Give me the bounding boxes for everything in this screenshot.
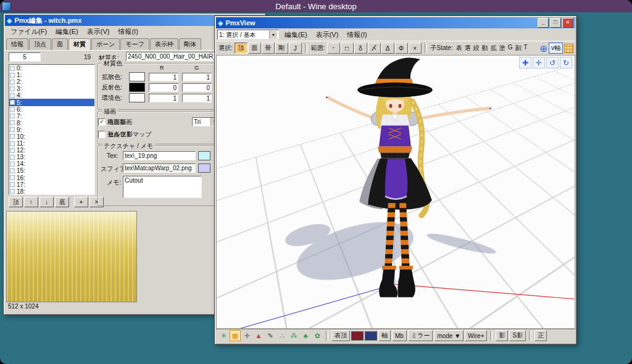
gizmo-icon[interactable]: ↺ [546,57,559,68]
filter-toggle-button[interactable]: 動 [481,44,489,52]
material-index-field[interactable]: 5 [9,52,41,62]
desktop-window-icon[interactable] [2,2,11,11]
close-button[interactable]: × [562,18,573,28]
color-g-field[interactable]: 1 [182,94,212,102]
color-r-field[interactable]: 1 [149,73,178,81]
mirror-toggle-button[interactable]: ミラー [408,330,433,341]
color-r-field[interactable]: 0 [149,83,178,92]
editor-tab[interactable]: 表示枠 [150,38,178,50]
list-item[interactable]: 11: [9,140,94,147]
edge-color-swatch[interactable] [351,331,364,341]
list-item[interactable]: 1: [9,72,94,78]
list-item[interactable]: 9: [9,126,94,133]
show-vertex-button[interactable]: 表頂 [331,330,350,341]
display-toggle-icon[interactable]: ✎ [265,330,276,341]
tone-color-swatch[interactable] [365,331,377,341]
filter-toggle-button[interactable]: 塗 [498,44,507,52]
target-crosshair-icon[interactable]: ⊕ [539,44,547,53]
filter-toggle-button[interactable]: 表 [455,44,464,52]
list-item[interactable]: 18: [9,188,94,195]
editor-menu-item[interactable]: ファイル(F) [6,27,51,37]
draw-checkbox[interactable]: 地面影 [98,118,126,126]
list-item[interactable]: 15: [9,167,94,174]
editor-tab[interactable]: ボーン [91,38,120,50]
list-toolbar-button[interactable]: 底 [55,197,69,207]
range-mode-button[interactable]: δ [354,43,367,54]
minimize-button[interactable]: _ [538,18,549,28]
display-toggle-icon[interactable]: ✳ [218,330,229,341]
list-toolbar-button[interactable]: + [74,197,88,207]
select-mode-button[interactable]: J [289,43,302,54]
list-item[interactable]: 13: [9,154,94,160]
display-toggle-icon[interactable]: ▦ [230,330,241,341]
view-menu-item[interactable]: 表示(V) [312,30,343,40]
display-toggle-icon[interactable]: ♣ [300,330,311,341]
list-item[interactable]: 3: [9,85,94,92]
filter-toggle-button[interactable]: 拡 [489,44,498,52]
sphere-path-field[interactable]: tex\MatcapWarp_02.png [123,163,196,173]
editor-tab[interactable]: 剛体 [179,38,201,50]
color-swatch[interactable] [129,83,145,92]
editor-tab[interactable]: モーフ [120,38,149,50]
list-item[interactable]: 4: [9,92,94,99]
maximize-button[interactable]: □ [550,18,561,28]
m-toggle-button[interactable]: Mb [392,330,407,341]
gizmo-icon[interactable]: ↻ [560,57,572,68]
list-item[interactable]: 2: [9,78,94,85]
editor-tab[interactable]: 材質 [69,38,91,50]
filter-toggle-button[interactable]: T [522,44,528,52]
range-mode-button[interactable]: 〆 [368,43,381,54]
editor-tab[interactable]: 情報 [6,38,28,50]
list-item[interactable]: 6: [9,106,94,113]
range-mode-button[interactable]: ・ [327,43,340,54]
viewport-canvas[interactable] [217,56,575,328]
list-item[interactable]: 16: [9,175,94,181]
select-mode-button[interactable]: 剛 [275,43,288,54]
editor-menu-item[interactable]: 編集(E) [51,27,83,37]
display-toggle-icon[interactable]: ▲ [253,330,264,341]
list-item[interactable]: 14: [9,160,94,167]
grid-toggle-icon[interactable] [564,44,573,53]
editor-tab[interactable]: 面 [52,38,68,50]
tex-color-swatch[interactable] [198,151,210,160]
list-item[interactable]: 8: [9,120,94,126]
editor-menu-item[interactable]: 情報(I) [114,27,142,37]
list-item[interactable]: 0: [9,65,94,72]
color-r-field[interactable]: 1 [149,94,178,102]
filter-toggle-button[interactable]: 副 [514,44,522,52]
select-mode-button[interactable]: 骨 [262,43,275,54]
display-toggle-icon[interactable]: ⁂ [288,330,299,341]
edit-mode-select[interactable]: 1: 選択 / 基本 ▼ [217,30,279,39]
draw-checkbox[interactable]: 頂点色 [98,130,126,139]
material-list[interactable]: 0: 1: 2: 3: 4: 5: 6: [9,64,95,195]
filter-toggle-button[interactable]: 選 [464,44,472,52]
range-mode-button[interactable]: Δ [381,43,394,54]
select-mode-button[interactable]: 頂 [235,43,247,54]
view-menu-item[interactable]: 情報(I) [343,30,371,40]
tex-path-field[interactable]: tex\_19.png [123,151,196,160]
display-toggle-icon[interactable]: ✿ [312,330,323,341]
gizmo-icon[interactable]: ✛ [533,57,545,68]
range-mode-button[interactable]: □ [341,43,354,54]
color-swatch[interactable] [129,72,145,81]
filter-toggle-button[interactable]: 絞 [472,44,481,52]
list-toolbar-button[interactable]: ↑ [24,197,38,207]
view-menu-item[interactable]: 編集(E) [280,30,312,40]
editor-tab[interactable]: 頂点 [29,38,51,50]
axis-toggle-button[interactable]: 軸 [378,330,391,341]
mode-dropdown[interactable]: mode ▼ [434,330,464,341]
color-g-field[interactable]: 1 [182,73,212,81]
list-toolbar-button[interactable]: 頂 [9,197,23,207]
display-toggle-icon[interactable]: ∴ [276,330,288,341]
list-item[interactable]: 12: [9,147,94,154]
normal-toggle-button[interactable]: 正 [534,330,547,341]
texture-preview-image[interactable] [6,211,137,302]
editor-menu-item[interactable]: 表示(V) [83,27,114,37]
range-mode-button[interactable]: Φ [395,43,408,54]
self-shadow-toggle-button[interactable]: S影 [509,330,526,341]
gizmo-icon[interactable]: ✚ [519,57,531,68]
viewport[interactable]: ✚✛↺↻ [216,55,575,329]
select-mode-button[interactable]: 面 [248,43,261,54]
wire-dropdown[interactable]: Wire+ [465,330,487,341]
filter-toggle-button[interactable]: G [507,44,514,52]
